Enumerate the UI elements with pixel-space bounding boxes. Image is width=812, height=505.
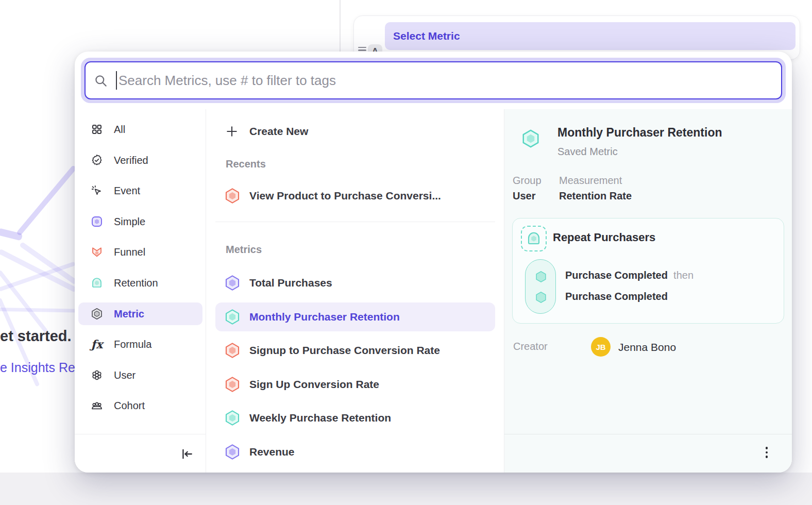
creator-label: Creator [513,341,548,352]
verified-badge-icon [91,154,103,166]
metric-label: Total Purchases [249,277,332,289]
metric-detail-panel: Monthly Purchaser Retention Saved Metric… [504,109,792,473]
definition-step-2: Purchase Completed [565,291,668,302]
category-sidebar: All Verified [75,109,206,473]
background-panel-divider [340,0,341,52]
metric-picker-modal: All Verified [75,52,792,473]
sidebar-item-cohort[interactable]: Cohort [78,394,202,417]
sidebar-item-label: Event [114,185,140,197]
recent-metric-label: View Product to Purchase Conversi... [249,190,441,202]
measurement-label: Measurement [559,175,622,187]
sidebar-item-formula[interactable]: ƒx Formula [78,333,202,356]
search-input[interactable] [119,73,773,89]
definition-name: Repeat Purchasers [553,231,655,244]
sidebar-item-metric[interactable]: Metric [78,302,202,325]
funnel-metric-hexagon-icon [224,188,241,204]
select-metric-chip[interactable]: Select Metric [385,22,796,50]
text-cursor [116,71,117,90]
search-icon [94,74,108,88]
retention-metric-hexagon-icon [521,129,540,148]
retention-definition-icon [521,226,547,251]
retention-metric-hexagon-icon [224,309,241,325]
screen: et started. e Insights Re A Select Metri… [0,0,812,505]
sidebar-item-label: Metric [114,308,144,320]
metric-label: Signup to Purchase Conversion Rate [249,344,440,357]
metric-row-sign-up-conversion-rate[interactable]: Sign Up Conversion Rate [215,370,495,399]
sidebar-item-funnel[interactable]: Funnel [78,241,202,263]
sidebar-item-label: User [114,369,136,381]
plus-icon [225,125,239,138]
metric-label: Revenue [249,446,295,458]
metric-hexagon-icon [91,308,103,320]
funnel-icon [91,246,103,258]
simple-metric-hexagon-icon [224,444,241,460]
metric-label: Monthly Purchaser Retention [249,311,400,323]
sidebar-item-all[interactable]: All [78,118,202,141]
event-cursor-icon [91,184,103,197]
metric-list-panel: Create New Recents View Product to Purch… [207,109,504,473]
search-field[interactable] [84,61,782,99]
metric-row-weekly-purchase-retention[interactable]: Weekly Purchase Retention [215,403,495,432]
collapse-to-left-icon [180,447,194,461]
step-hexagon-icon [534,270,548,283]
sidebar-item-user[interactable]: User [78,364,202,386]
background-headline-fragment: et started. [0,328,72,345]
select-metric-label: Select Metric [385,22,796,50]
collapse-sidebar-button[interactable] [177,444,197,464]
sidebar-item-retention[interactable]: Retention [78,272,202,294]
sidebar-footer [75,434,206,473]
metric-row-monthly-purchaser-retention[interactable]: Monthly Purchaser Retention [215,302,495,331]
detail-footer-divider [504,434,792,434]
sidebar-item-label: All [114,124,125,136]
sidebar-item-simple[interactable]: Simple [78,210,202,233]
funnel-metric-hexagon-icon [224,342,241,359]
section-divider [215,222,495,222]
more-options-button[interactable] [757,443,776,462]
funnel-metric-hexagon-icon [224,376,241,393]
metric-label: Sign Up Conversion Rate [249,378,379,391]
step-hexagon-icon [534,291,548,304]
definition-step-1: Purchase Completed then [565,270,693,281]
measurement-value: Retention Rate [559,190,632,202]
recent-metric-row[interactable]: View Product to Purchase Conversi... [215,184,495,207]
sidebar-item-label: Retention [114,277,158,289]
metric-label: Weekly Purchase Retention [249,412,391,424]
user-cluster-icon [91,369,103,381]
group-value: User [513,190,535,202]
cohort-people-icon [91,399,103,412]
metric-row-revenue[interactable]: Revenue [215,437,495,466]
recents-section-label: Recents [226,158,266,170]
illustration-line [0,308,77,313]
sidebar-item-label: Cohort [114,400,145,412]
sidebar-item-label: Simple [114,216,145,228]
group-label: Group [513,175,542,187]
metric-row-total-purchases[interactable]: Total Purchases [215,268,495,297]
metric-definition-card: Repeat Purchasers Purchase Completed the… [512,218,784,324]
background-link-fragment[interactable]: e Insights Re [0,360,75,375]
sidebar-item-label: Verified [114,155,148,166]
creator-avatar: JB [591,337,611,357]
simple-metric-hexagon-icon [224,275,241,291]
metrics-section-label: Metrics [226,244,262,256]
retention-metric-hexagon-icon [224,410,241,426]
sidebar-item-label: Formula [114,339,151,350]
detail-title: Monthly Purchaser Retention [557,126,722,140]
illustration-line [16,165,77,236]
simple-metric-icon [91,215,103,228]
sidebar-item-label: Funnel [114,246,145,258]
grid-icon [91,123,103,136]
creator-name: Jenna Bono [618,341,676,354]
step-event-name: Purchase Completed [565,291,668,302]
metric-row-signup-to-purchase-conversion-rate[interactable]: Signup to Purchase Conversion Rate [215,336,495,365]
create-new-button[interactable]: Create New [215,120,495,143]
step-event-name: Purchase Completed [565,270,668,281]
create-new-label: Create New [249,125,308,138]
retention-steps-capsule [525,259,556,314]
sidebar-item-event[interactable]: Event [78,179,202,202]
page-background-strip [0,473,812,505]
formula-icon: ƒx [91,338,103,350]
sidebar-item-verified[interactable]: Verified [78,149,202,172]
retention-icon [91,277,103,289]
detail-type-label: Saved Metric [557,146,618,158]
step-connector: then [671,270,694,281]
